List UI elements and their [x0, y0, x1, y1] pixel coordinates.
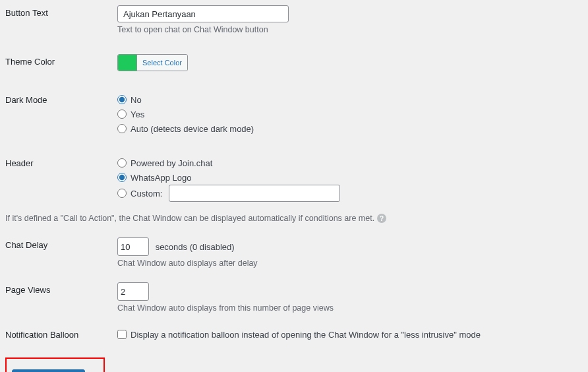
chat-delay-desc: Chat Window auto displays after delay — [117, 259, 583, 268]
dark-mode-auto-text: Auto (detects device dark mode) — [131, 124, 254, 134]
header-wa-radio[interactable] — [117, 173, 127, 182]
header-powered-text: Powered by Join.chat — [131, 158, 212, 168]
color-swatch[interactable] — [118, 55, 136, 71]
notification-label: Notification Balloon — [5, 327, 117, 340]
header-custom-radio[interactable] — [117, 189, 127, 198]
dark-mode-yes-radio[interactable] — [117, 109, 127, 119]
save-button[interactable]: Save Changes — [12, 369, 85, 372]
page-views-input[interactable] — [117, 282, 149, 301]
chat-delay-suffix: seconds (0 disabled) — [156, 242, 235, 252]
dark-mode-no-radio[interactable] — [117, 95, 127, 104]
help-icon[interactable]: ? — [377, 214, 386, 223]
chat-delay-label: Chat Delay — [5, 237, 117, 250]
theme-color-label: Theme Color — [5, 54, 117, 67]
button-text-input[interactable] — [117, 5, 289, 22]
button-text-label: Button Text — [5, 5, 117, 18]
cta-info-text: If it's defined a "Call to Action", the … — [5, 214, 374, 223]
page-views-desc: Chat Window auto displays from this numb… — [117, 303, 583, 313]
dark-mode-auto-radio[interactable] — [117, 124, 127, 133]
button-text-desc: Text to open chat on Chat Window button — [117, 25, 583, 34]
dark-mode-yes-text: Yes — [131, 109, 144, 119]
header-custom-input[interactable] — [169, 185, 340, 202]
page-views-label: Page Views — [5, 282, 117, 295]
notification-text: Display a notification balloon instead o… — [131, 330, 481, 340]
notification-checkbox[interactable] — [117, 330, 127, 339]
header-wa-text: WhatsApp Logo — [131, 173, 192, 183]
header-custom-text: Custom: — [131, 189, 162, 199]
save-highlight-box: Save Changes — [5, 357, 105, 372]
header-label: Header — [5, 156, 117, 168]
header-powered-radio[interactable] — [117, 158, 127, 168]
select-color-button[interactable]: Select Color — [136, 55, 187, 71]
dark-mode-label: Dark Mode — [5, 92, 117, 105]
chat-delay-input[interactable] — [117, 237, 149, 256]
dark-mode-no-text: No — [131, 95, 142, 105]
